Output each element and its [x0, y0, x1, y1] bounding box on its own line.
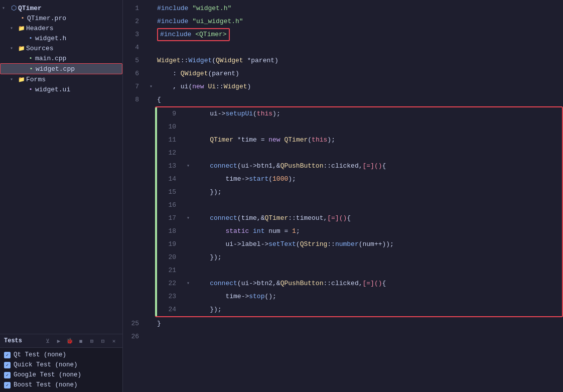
main-cpp-label: main.cpp: [35, 55, 66, 62]
close-tests-button[interactable]: ✕: [109, 336, 118, 345]
tests-panel: Tests ⊻ ▶ 🐞 ◼ ⊞ ⊟ ✕ Qt Test (none) Quick…: [0, 334, 122, 392]
code-line-26: 26: [123, 330, 563, 343]
cpp-file-icon: ▪: [27, 65, 36, 73]
chevron-down-icon: ▾: [10, 25, 17, 31]
cpp-file-icon: ▪: [26, 54, 35, 62]
code-line-3: 3 #include <QTimer>: [123, 28, 563, 41]
folder-icon: 📁: [17, 24, 26, 32]
tree-folder-forms[interactable]: ▾ 📁 Forms: [0, 74, 122, 84]
code-line-18: 18 static int num = 1;: [160, 225, 558, 238]
ui-file-icon: ▪: [26, 85, 35, 93]
test-item-quick[interactable]: Quick Test (none): [0, 360, 122, 370]
code-line-11: 11 QTimer *time = new QTimer(this);: [160, 134, 558, 147]
sidebar: ▾ ⬡ QTimer ▪ QTimer.pro ▾ 📁 Headers ▪ wi…: [0, 0, 123, 392]
tree-file-pro[interactable]: ▪ QTimer.pro: [0, 13, 122, 23]
test-checkbox-qt[interactable]: [4, 352, 11, 358]
pro-file-label: QTimer.pro: [27, 15, 66, 22]
widget-ui-label: widget.ui: [35, 86, 70, 93]
red-bordered-block: 9 ui->setupUi(this); 10 11 QTimer *time …: [155, 106, 563, 317]
code-line-2: 2 #include "ui_widget.h": [123, 15, 563, 28]
tests-header: Tests ⊻ ▶ 🐞 ◼ ⊞ ⊟ ✕: [0, 334, 122, 348]
chevron-down-icon: ▾: [10, 76, 17, 82]
pro-file-icon: ▪: [18, 14, 27, 22]
tree-file-widget-h[interactable]: ▪ widget.h: [0, 33, 122, 43]
code-line-8: 8 {: [123, 93, 563, 106]
tree-folder-headers[interactable]: ▾ 📁 Headers: [0, 23, 122, 33]
code-line-14: 14 time->start(1000);: [160, 173, 558, 186]
tree-file-widget-cpp[interactable]: ▪ widget.cpp: [0, 63, 122, 74]
code-line-17: 17 ▾ connect(time,&QTimer::timeout,[=]()…: [160, 212, 558, 225]
tree-folder-sources[interactable]: ▾ 📁 Sources: [0, 43, 122, 53]
code-line-5: 5 Widget::Widget(QWidget *parent): [123, 54, 563, 67]
code-line-4: 4: [123, 41, 563, 54]
test-label-boost: Boost Test (none): [14, 381, 78, 388]
code-line-9: 9 ui->setupUi(this);: [160, 107, 558, 120]
project-icon: ⬡: [9, 4, 18, 12]
code-line-19: 19 ui->label->setText(QString::number(nu…: [160, 238, 558, 251]
code-line-24: 24 });: [160, 303, 558, 316]
test-item-boost[interactable]: Boost Test (none): [0, 380, 122, 390]
code-editor[interactable]: 1 #include "widget.h" 2 #include "ui_wid…: [123, 0, 563, 392]
folder-icon: 📁: [17, 75, 26, 83]
code-line-16: 16: [160, 199, 558, 212]
code-line-10: 10: [160, 120, 558, 134]
tests-title: Tests: [4, 337, 41, 344]
tree-file-widget-ui[interactable]: ▪ widget.ui: [0, 84, 122, 94]
test-item-qt[interactable]: Qt Test (none): [0, 350, 122, 360]
test-checkbox-boost[interactable]: [4, 382, 11, 388]
code-line-20: 20 });: [160, 251, 558, 264]
code-line-25: 25 }: [123, 317, 563, 330]
test-checkbox-google[interactable]: [4, 372, 11, 378]
headers-folder-label: Headers: [26, 25, 54, 32]
collapse-button[interactable]: ⊟: [98, 336, 107, 345]
test-item-google[interactable]: Google Test (none): [0, 370, 122, 380]
tree-file-main-cpp[interactable]: ▪ main.cpp: [0, 53, 122, 63]
green-bar: [155, 107, 157, 316]
filter-button[interactable]: ⊻: [43, 336, 52, 345]
folder-icon: 📁: [17, 44, 26, 52]
test-checkbox-quick[interactable]: [4, 362, 11, 368]
code-line-7: 7 ▾ , ui(new Ui::Widget): [123, 80, 563, 93]
chevron-down-icon: ▾: [2, 5, 9, 11]
h-file-icon: ▪: [26, 34, 35, 42]
code-line-23: 23 time->stop();: [160, 290, 558, 303]
tests-list: Qt Test (none) Quick Test (none) Google …: [0, 348, 122, 392]
code-line-13: 13 ▾ connect(ui->btn1,&QPushButton::clic…: [160, 160, 558, 173]
code-line-6: 6 : QWidget(parent): [123, 67, 563, 80]
project-tree: ▾ ⬡ QTimer ▪ QTimer.pro ▾ 📁 Headers ▪ wi…: [0, 0, 122, 334]
stop-button[interactable]: ◼: [76, 336, 85, 345]
code-content-area: 1 #include "widget.h" 2 #include "ui_wid…: [123, 0, 563, 392]
chevron-down-icon: ▾: [10, 45, 17, 51]
expand-button[interactable]: ⊞: [87, 336, 96, 345]
forms-folder-label: Forms: [26, 76, 46, 83]
test-label-quick: Quick Test (none): [14, 361, 78, 368]
widget-cpp-label: widget.cpp: [36, 65, 75, 73]
code-line-12: 12: [160, 147, 558, 160]
code-line-15: 15 });: [160, 186, 558, 199]
run-button[interactable]: ▶: [54, 336, 63, 345]
project-name: QTimer: [18, 5, 42, 12]
debug-button[interactable]: 🐞: [65, 336, 74, 345]
tree-root-qtimer[interactable]: ▾ ⬡ QTimer: [0, 3, 122, 13]
widget-h-label: widget.h: [35, 35, 66, 42]
code-line-22: 22 ▾ connect(ui->btn2,&QPushButton::clic…: [160, 277, 558, 290]
test-label-qt: Qt Test (none): [14, 351, 66, 358]
code-line-21: 21: [160, 264, 558, 277]
code-line-1: 1 #include "widget.h": [123, 2, 563, 15]
sources-folder-label: Sources: [26, 45, 54, 52]
test-label-google: Google Test (none): [14, 371, 81, 378]
